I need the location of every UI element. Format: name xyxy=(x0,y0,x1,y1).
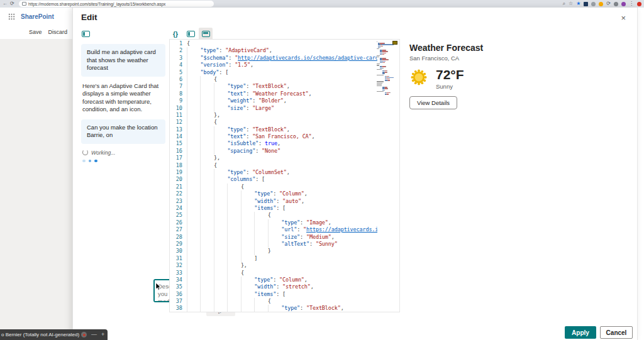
code-line[interactable]: 28"size": "Medium", xyxy=(170,234,377,241)
minimap[interactable] xyxy=(377,41,394,95)
code-line[interactable]: 5"body": [ xyxy=(170,69,377,76)
indent-guide xyxy=(254,234,267,241)
indent-guide xyxy=(187,69,200,76)
indent-guide xyxy=(200,291,213,298)
indent-guide xyxy=(268,219,281,226)
badge-icon[interactable] xyxy=(591,2,596,6)
code-line[interactable]: 13"type": "TextBlock", xyxy=(170,126,377,133)
code-line[interactable]: 23"width": "auto", xyxy=(170,198,377,205)
indent-guide xyxy=(214,248,227,255)
code-line[interactable]: 3"$schema": "http://adaptivecards.io/sch… xyxy=(170,55,377,62)
indent-guide xyxy=(200,126,213,133)
code-line[interactable]: 34"type": "Column", xyxy=(170,277,377,283)
indent-guide xyxy=(187,162,200,169)
search-icon[interactable]: ⌕ xyxy=(562,1,565,7)
pin-icon[interactable] xyxy=(614,2,618,6)
code-line[interactable]: 14"text": "San Francisco, CA", xyxy=(170,133,377,140)
code-line[interactable]: 18{ xyxy=(170,162,377,169)
menu-dots-icon[interactable]: ⋮ xyxy=(629,1,634,7)
code-line[interactable]: 1{ xyxy=(170,40,377,47)
code-line[interactable]: 19"type": "ColumnSet", xyxy=(170,169,377,176)
code-line[interactable]: 35"width": "stretch", xyxy=(170,283,377,290)
code-line[interactable]: 20"columns": [ xyxy=(170,176,377,183)
code-line[interactable]: 12{ xyxy=(170,119,377,126)
password-icon[interactable] xyxy=(599,2,603,6)
view-details-button[interactable]: View Details xyxy=(409,96,457,109)
apply-button[interactable]: Apply xyxy=(565,326,596,339)
indent-guide xyxy=(200,105,213,112)
code-line[interactable]: 29"altText": "Sunny" xyxy=(170,241,377,248)
avatar-icon[interactable] xyxy=(621,2,626,6)
code-line[interactable]: 22"type": "Column", xyxy=(170,190,377,197)
code-line[interactable]: 24"items": [ xyxy=(170,205,377,212)
code-line[interactable]: 30} xyxy=(170,248,377,255)
line-number: 4 xyxy=(170,62,187,69)
cancel-button[interactable]: Cancel xyxy=(600,326,633,339)
indent-guide xyxy=(187,270,200,277)
line-number: 28 xyxy=(170,234,187,241)
code-line[interactable]: 38"type": "TextBlock", xyxy=(170,305,377,312)
indent-guide xyxy=(187,248,200,255)
code-line[interactable]: 26"type": "Image", xyxy=(170,219,377,226)
user-message: Build me an adaptive card that shows the… xyxy=(81,44,165,77)
code-line[interactable]: 31] xyxy=(170,255,377,262)
indent-guide xyxy=(200,283,213,290)
star-icon[interactable]: ☆ xyxy=(569,1,573,7)
new-tab-icon[interactable]: + xyxy=(101,332,104,337)
back-icon[interactable]: ← xyxy=(3,0,8,8)
code-line[interactable]: 4"version": "1.5", xyxy=(170,62,377,69)
code-line[interactable]: 36"items": [ xyxy=(170,291,377,298)
address-bar[interactable]: https://modemos.sharepoint.com/sites/Tra… xyxy=(19,1,214,7)
waffle-icon[interactable] xyxy=(8,13,15,20)
json-code-editor[interactable]: 1{2"type": "AdaptiveCard",3"$schema": "h… xyxy=(169,39,400,312)
bookmark-star-icon[interactable]: ★ xyxy=(576,1,580,7)
sharepoint-brand[interactable]: SharePoint xyxy=(21,13,54,20)
card-icon[interactable] xyxy=(79,28,92,40)
extension-icon[interactable] xyxy=(584,2,588,6)
code-line[interactable]: 8"text": "Weather Forecast", xyxy=(170,90,377,97)
indent-guide xyxy=(200,133,213,140)
page-info-icon[interactable] xyxy=(22,2,26,6)
code-line[interactable]: 10"size": "Large" xyxy=(170,105,377,112)
line-number: 36 xyxy=(170,291,187,298)
close-icon[interactable]: × xyxy=(621,14,626,22)
indent-guide xyxy=(227,184,240,190)
preview-view-icon[interactable] xyxy=(199,28,213,40)
line-number: 15 xyxy=(170,140,187,147)
code-line[interactable]: 33{ xyxy=(170,270,377,277)
code-line[interactable]: 6{ xyxy=(170,76,377,83)
code-line[interactable]: 15"isSubtle": true, xyxy=(170,140,377,147)
code-line[interactable]: 7"type": "TextBlock", xyxy=(170,83,377,90)
code-line[interactable]: 2"type": "AdaptiveCard", xyxy=(170,47,377,54)
recording-window-tab[interactable]: o Bernier (Totally not AI-generated) — + xyxy=(0,329,108,340)
profile-icon[interactable] xyxy=(637,2,641,6)
code-line[interactable]: 21{ xyxy=(170,184,377,190)
indent-guide xyxy=(268,234,281,241)
workbench-canvas xyxy=(0,39,72,340)
minimize-icon[interactable]: — xyxy=(91,332,97,337)
code-line[interactable]: 16"spacing": "None" xyxy=(170,148,377,155)
indent-guide xyxy=(200,298,213,305)
sync-icon[interactable]: ⟳ xyxy=(606,1,611,7)
line-number: 11 xyxy=(170,112,187,119)
indent-guide xyxy=(187,212,200,219)
code-line[interactable]: 37{ xyxy=(170,298,377,305)
code-line[interactable]: 9"weight": "Bolder", xyxy=(170,97,377,104)
line-number: 9 xyxy=(170,97,187,104)
indent-guide xyxy=(214,169,227,176)
code-view-icon[interactable]: {} xyxy=(169,28,182,40)
code-line[interactable]: 32}, xyxy=(170,262,377,269)
indent-guide xyxy=(187,255,200,262)
save-button[interactable]: Save xyxy=(29,29,42,35)
window-tab-label: o Bernier (Totally not AI-generated) xyxy=(1,332,79,337)
line-number: 25 xyxy=(170,212,187,219)
code-line[interactable]: 27"url": "https://adaptivecards.io/co xyxy=(170,226,377,233)
line-number: 31 xyxy=(170,255,187,262)
discard-button[interactable]: Discard xyxy=(48,29,67,35)
code-line[interactable]: 25{ xyxy=(170,212,377,219)
reload-icon[interactable]: ⟳ xyxy=(10,0,14,8)
split-view-icon[interactable] xyxy=(184,28,197,40)
avatar-icon xyxy=(81,332,87,337)
code-line[interactable]: 17}, xyxy=(170,155,377,162)
code-line[interactable]: 11}, xyxy=(170,112,377,119)
